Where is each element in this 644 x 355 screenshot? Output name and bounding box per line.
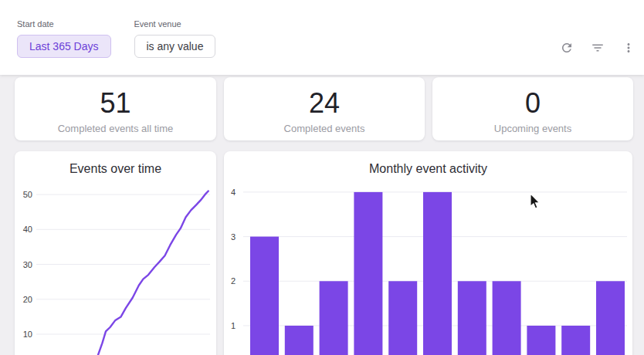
kpi-card-completed-events: 24 Completed events	[224, 77, 425, 140]
event-venue-filter-button[interactable]: is any value	[134, 35, 216, 58]
svg-text:3: 3	[231, 232, 236, 242]
bar-chart-card: Monthly event activity 1234	[224, 151, 632, 355]
line-chart-title: Events over time	[15, 151, 216, 176]
line-chart-card: Events over time 1020304050	[15, 151, 216, 355]
mouse-cursor	[530, 193, 542, 210]
dashboard-toolbar	[556, 39, 639, 57]
start-date-filter: Start date Last 365 Days	[17, 19, 111, 58]
svg-text:40: 40	[23, 225, 32, 234]
svg-text:50: 50	[23, 190, 32, 199]
svg-text:30: 30	[23, 260, 32, 269]
refresh-button[interactable]	[556, 39, 578, 57]
kpi-card-completed-all-time: 51 Completed events all time	[15, 77, 216, 140]
line-chart-canvas[interactable]: 1020304050	[15, 151, 216, 355]
event-venue-filter-value: is any value	[147, 40, 204, 52]
kpi-label: Completed events all time	[15, 123, 216, 134]
bar-chart-title: Monthly event activity	[224, 151, 632, 176]
svg-text:1: 1	[231, 321, 236, 330]
event-venue-filter: Event venue is any value	[134, 19, 216, 58]
kpi-value: 0	[432, 88, 633, 119]
kpi-label: Completed events	[224, 123, 425, 134]
start-date-filter-button[interactable]: Last 365 Days	[17, 35, 111, 58]
filter-toggle-button[interactable]	[587, 39, 608, 57]
kpi-value: 24	[224, 88, 425, 119]
more-vert-icon	[622, 41, 636, 55]
svg-text:2: 2	[231, 276, 236, 286]
kpi-card-upcoming-events: 0 Upcoming events	[432, 77, 633, 140]
filter-bar: Start date Last 365 Days Event venue is …	[0, 0, 644, 75]
bar-chart-canvas[interactable]: 1234	[224, 151, 632, 355]
filter-list-icon	[591, 41, 605, 55]
svg-text:10: 10	[23, 330, 32, 339]
refresh-icon	[560, 41, 574, 55]
kpi-value: 51	[15, 88, 216, 119]
more-menu-button[interactable]	[618, 39, 639, 57]
start-date-label: Start date	[17, 19, 111, 29]
start-date-filter-value: Last 365 Days	[29, 40, 99, 52]
svg-text:20: 20	[23, 295, 32, 304]
event-venue-label: Event venue	[134, 19, 216, 29]
dashboard-filters: Start date Last 365 Days Event venue is …	[17, 19, 215, 58]
svg-text:4: 4	[231, 188, 236, 197]
kpi-label: Upcoming events	[432, 123, 633, 134]
